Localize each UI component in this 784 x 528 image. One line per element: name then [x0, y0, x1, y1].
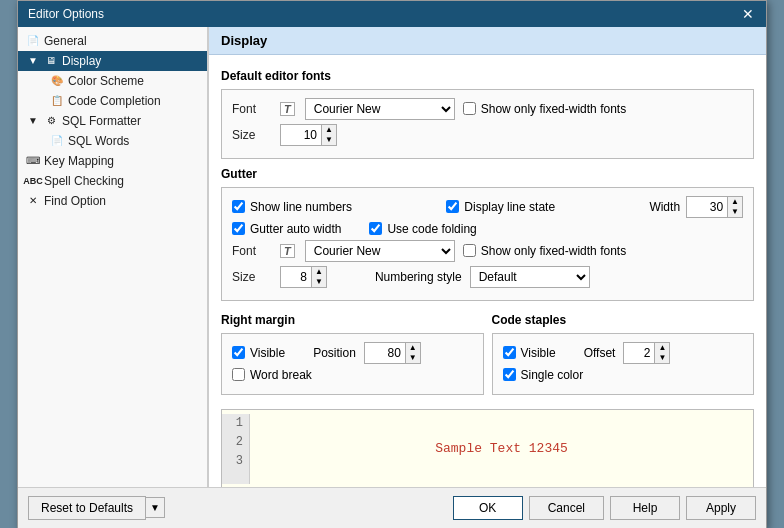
gutter-font-label: Font — [232, 244, 272, 258]
code-folding-label[interactable]: Use code folding — [369, 222, 476, 236]
width-input[interactable] — [687, 197, 727, 217]
sidebar-item-key-mapping[interactable]: ⌨ Key Mapping — [18, 151, 207, 171]
gutter-size-spinner: ▲ ▼ — [280, 266, 327, 288]
general-icon: 📄 — [26, 34, 40, 48]
gutter-show-fixed-text: Show only fixed-width fonts — [481, 244, 626, 258]
gutter-section: Show line numbers Display line state Wid… — [221, 187, 754, 301]
font-select[interactable]: Courier New — [305, 98, 455, 120]
word-break-label[interactable]: Word break — [232, 368, 312, 382]
numbering-style-select[interactable]: Default Relative None — [470, 266, 590, 288]
gutter-auto-checkbox[interactable] — [232, 222, 245, 235]
cs-visible-label[interactable]: Visible — [503, 346, 556, 360]
sidebar-item-spell-checking[interactable]: ABC Spell Checking — [18, 171, 207, 191]
sample-area: 1 2 3 Sample Text 12345 — [221, 409, 754, 487]
reset-button[interactable]: Reset to Defaults — [28, 496, 146, 520]
gutter-font-row: Font T Courier New Show only fixed-width… — [232, 240, 743, 262]
code-folding-text: Use code folding — [387, 222, 476, 236]
display-line-state-label[interactable]: Display line state — [446, 200, 555, 214]
sidebar-item-code-completion[interactable]: 📋 Code Completion — [18, 91, 207, 111]
sidebar-item-display[interactable]: ▼ 🖥 Display — [18, 51, 207, 71]
font-size-up[interactable]: ▲ — [322, 125, 336, 135]
sidebar-item-general[interactable]: 📄 General — [18, 31, 207, 51]
rm-wordbreak-row: Word break — [232, 368, 473, 382]
rm-visible-label[interactable]: Visible — [232, 346, 285, 360]
dialog-footer: Reset to Defaults ▼ OK Cancel Help Apply — [18, 487, 766, 528]
font-label: Font — [232, 102, 272, 116]
cs-offset-label: Offset — [584, 346, 616, 360]
show-fixed-fonts-checkbox[interactable] — [463, 102, 476, 115]
rm-position-up[interactable]: ▲ — [406, 343, 420, 353]
footer-left: Reset to Defaults ▼ — [28, 496, 165, 520]
rm-position-input[interactable] — [365, 343, 405, 363]
line-numbers: 1 2 3 — [222, 414, 250, 484]
apply-button[interactable]: Apply — [686, 496, 756, 520]
font-size-spinner-buttons: ▲ ▼ — [321, 125, 336, 145]
gutter-auto-label[interactable]: Gutter auto width — [232, 222, 341, 236]
sql-formatter-icon: ⚙ — [44, 114, 58, 128]
rm-visible-checkbox[interactable] — [232, 346, 245, 359]
key-mapping-icon: ⌨ — [26, 154, 40, 168]
gutter-font-select[interactable]: Courier New — [305, 240, 455, 262]
editor-options-dialog: Editor Options ✕ 📄 General ▼ 🖥 Display 🎨… — [17, 0, 767, 528]
gutter-size-input[interactable] — [281, 267, 311, 287]
sidebar-item-find-option[interactable]: ✕ Find Option — [18, 191, 207, 211]
cs-offset-up[interactable]: ▲ — [655, 343, 669, 353]
sidebar-item-sql-words[interactable]: 📄 SQL Words — [18, 131, 207, 151]
rm-position-spinner: ▲ ▼ — [364, 342, 421, 364]
font-size-down[interactable]: ▼ — [322, 135, 336, 145]
code-staples-label: Code staples — [492, 313, 755, 327]
color-scheme-icon: 🎨 — [50, 74, 64, 88]
word-break-checkbox[interactable] — [232, 368, 245, 381]
code-folding-checkbox[interactable] — [369, 222, 382, 235]
cs-singlecolor-checkbox[interactable] — [503, 368, 516, 381]
default-fonts-section: Font T Courier New Show only fixed-width… — [221, 89, 754, 159]
rm-position-label: Position — [313, 346, 356, 360]
line-1: 1 — [228, 414, 243, 433]
sidebar-item-color-scheme[interactable]: 🎨 Color Scheme — [18, 71, 207, 91]
cs-offset-down[interactable]: ▼ — [655, 353, 669, 363]
width-up[interactable]: ▲ — [728, 197, 742, 207]
font-row: Font T Courier New Show only fixed-width… — [232, 98, 743, 120]
gutter-auto-text: Gutter auto width — [250, 222, 341, 236]
show-numbers-label[interactable]: Show line numbers — [232, 200, 352, 214]
gutter-show-fixed-checkbox[interactable] — [463, 244, 476, 257]
gutter-size-down[interactable]: ▼ — [312, 277, 326, 287]
find-option-icon: ✕ — [26, 194, 40, 208]
gutter-size-up[interactable]: ▲ — [312, 267, 326, 277]
expand-icon-display: ▼ — [26, 54, 40, 68]
sidebar-label-sql-formatter: SQL Formatter — [62, 114, 141, 128]
gutter-size-spinner-buttons: ▲ ▼ — [311, 267, 326, 287]
cs-visible-row: Visible Offset ▲ ▼ — [503, 342, 744, 364]
sidebar-label-general: General — [44, 34, 87, 48]
cs-singlecolor-row: Single color — [503, 368, 744, 382]
cs-offset-input[interactable] — [624, 343, 654, 363]
reset-arrow-button[interactable]: ▼ — [146, 497, 165, 518]
ok-button[interactable]: OK — [453, 496, 523, 520]
sample-text: Sample Text 12345 — [250, 414, 753, 484]
cancel-button[interactable]: Cancel — [529, 496, 604, 520]
rm-visible-row: Visible Position ▲ ▼ — [232, 342, 473, 364]
sidebar-label-code-completion: Code Completion — [68, 94, 161, 108]
gutter-size-row: Size ▲ ▼ Numbering style Default Relativ… — [232, 266, 743, 288]
cs-offset-spinner: ▲ ▼ — [623, 342, 670, 364]
sidebar-item-sql-formatter[interactable]: ▼ ⚙ SQL Formatter — [18, 111, 207, 131]
display-line-state-checkbox[interactable] — [446, 200, 459, 213]
panel-title: Display — [209, 27, 766, 55]
width-down[interactable]: ▼ — [728, 207, 742, 217]
gutter-show-fixed-label[interactable]: Show only fixed-width fonts — [463, 244, 626, 258]
cs-singlecolor-label[interactable]: Single color — [503, 368, 584, 382]
help-button[interactable]: Help — [610, 496, 680, 520]
sidebar-label-sql-words: SQL Words — [68, 134, 129, 148]
code-staples-section: Code staples Visible Offset — [492, 309, 755, 403]
gutter-size-label: Size — [232, 270, 272, 284]
rm-position-down[interactable]: ▼ — [406, 353, 420, 363]
width-row: Width ▲ ▼ — [649, 196, 743, 218]
font-size-input[interactable] — [281, 125, 321, 145]
cs-visible-checkbox[interactable] — [503, 346, 516, 359]
show-numbers-checkbox[interactable] — [232, 200, 245, 213]
show-fixed-fonts-label[interactable]: Show only fixed-width fonts — [463, 102, 626, 116]
gutter-row1: Show line numbers Display line state Wid… — [232, 196, 743, 218]
gutter-row2: Gutter auto width Use code folding — [232, 222, 743, 236]
expand-icon-sql: ▼ — [26, 114, 40, 128]
close-button[interactable]: ✕ — [740, 7, 756, 21]
